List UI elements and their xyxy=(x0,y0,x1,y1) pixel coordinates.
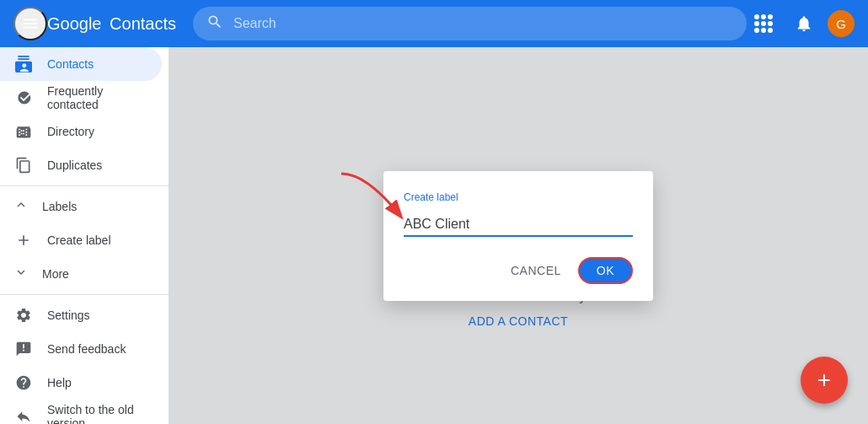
sidebar-item-contacts[interactable]: Contacts xyxy=(0,47,162,81)
more-section-header[interactable]: More xyxy=(0,257,169,291)
search-bar[interactable] xyxy=(193,7,747,40)
divider-1 xyxy=(0,185,169,186)
chevron-up-icon xyxy=(13,197,29,217)
sidebar-item-frequently-contacted[interactable]: Frequently contacted xyxy=(0,81,162,115)
help-label: Help xyxy=(47,376,72,389)
app-logo: Google Contacts xyxy=(47,14,176,34)
sidebar-item-help[interactable]: Help xyxy=(0,366,162,400)
app-header: Google Contacts G xyxy=(0,0,868,47)
dialog-title: Create label xyxy=(404,191,633,203)
labels-section-label: Labels xyxy=(42,200,77,213)
dialog-input-wrapper xyxy=(404,213,633,237)
main-content: You have no contacts... yet! ADD A CONTA… xyxy=(169,47,868,424)
sidebar-item-duplicates[interactable]: Duplicates xyxy=(0,148,162,182)
duplicates-label: Duplicates xyxy=(47,158,102,172)
notifications-button[interactable] xyxy=(787,7,821,40)
more-section-label: More xyxy=(42,267,69,281)
search-icon xyxy=(206,13,223,35)
menu-button[interactable] xyxy=(13,7,47,40)
directory-label: Directory xyxy=(47,125,94,138)
history-icon xyxy=(13,88,34,108)
header-actions: G xyxy=(747,7,855,40)
logo-product-text: Contacts xyxy=(110,14,176,34)
sidebar-item-send-feedback[interactable]: Send feedback xyxy=(0,332,162,366)
sidebar: Contacts Frequently contacted Directory xyxy=(0,47,169,424)
avatar[interactable]: G xyxy=(828,10,855,37)
main-layout: Contacts Frequently contacted Directory xyxy=(0,47,868,424)
frequently-contacted-label: Frequently contacted xyxy=(47,84,148,111)
sidebar-item-switch-old[interactable]: Switch to the old version xyxy=(0,400,162,424)
switch-old-label: Switch to the old version xyxy=(47,403,148,424)
feedback-icon xyxy=(13,339,34,359)
create-label-label: Create label xyxy=(47,233,111,247)
switch-icon xyxy=(13,406,34,424)
sidebar-item-create-label[interactable]: Create label xyxy=(0,223,162,257)
grid-icon xyxy=(754,14,773,33)
contacts-label: Contacts xyxy=(47,57,94,71)
chevron-down-icon xyxy=(13,265,29,284)
settings-icon xyxy=(13,305,34,325)
contacts-icon xyxy=(13,54,34,74)
help-icon xyxy=(13,373,34,393)
sidebar-item-settings[interactable]: Settings xyxy=(0,298,162,332)
plus-icon xyxy=(13,230,34,250)
send-feedback-label: Send feedback xyxy=(47,342,126,356)
dialog-overlay: Create label CANCEL OK xyxy=(169,47,868,424)
fab-add-button[interactable]: + xyxy=(801,357,848,404)
cancel-button[interactable]: CANCEL xyxy=(501,257,571,284)
logo-google-text: Google xyxy=(47,14,102,34)
search-input[interactable] xyxy=(233,16,733,31)
create-label-dialog: Create label CANCEL OK xyxy=(383,171,653,301)
divider-2 xyxy=(0,294,169,295)
dialog-actions: CANCEL OK xyxy=(404,257,633,284)
create-label-input[interactable] xyxy=(404,213,633,235)
ok-button[interactable]: OK xyxy=(578,257,633,284)
labels-section-header[interactable]: Labels xyxy=(0,190,169,223)
apps-button[interactable] xyxy=(747,7,780,40)
directory-icon xyxy=(13,121,34,142)
sidebar-item-directory[interactable]: Directory xyxy=(0,115,162,148)
duplicates-icon xyxy=(13,155,34,175)
settings-label: Settings xyxy=(47,309,90,322)
